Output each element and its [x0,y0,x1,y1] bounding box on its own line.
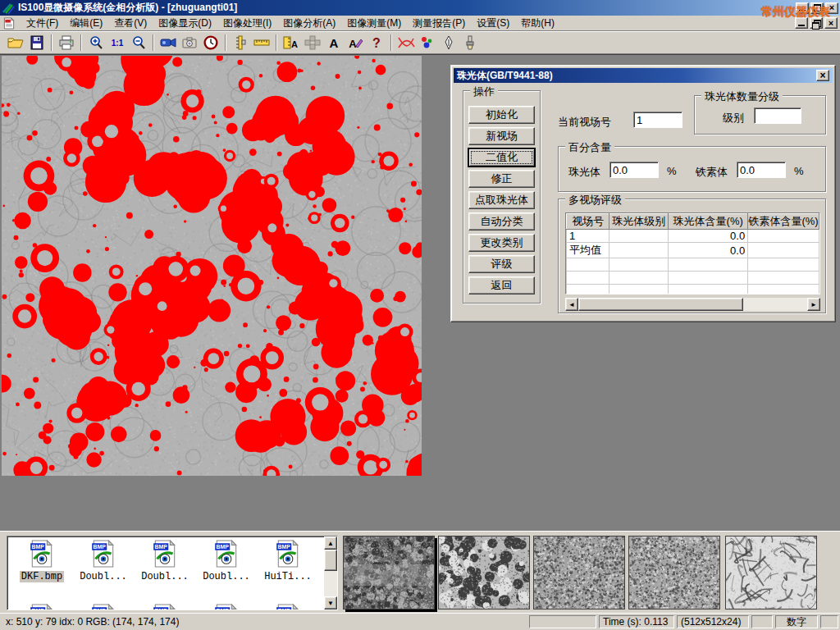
pick-pearlite-button[interactable]: 点取珠光体 [468,191,535,209]
file-item-row2-3[interactable]: BMP [197,604,256,610]
table-row[interactable] [567,258,819,272]
thumbnail-3[interactable] [533,536,625,609]
menu-item-5[interactable]: 图像分析(A) [277,15,341,32]
scroll-up-icon[interactable]: ▲ [324,536,337,550]
text-icon[interactable]: A [323,33,345,52]
menu-item-0[interactable]: 文件(F) [21,15,64,32]
annotate-icon[interactable]: A [345,33,366,52]
svg-text:BMP: BMP [94,544,107,550]
curve-tool-icon[interactable] [395,33,417,52]
thumbnail-5[interactable] [725,536,817,609]
menu-item-1[interactable]: 编辑(E) [64,15,108,32]
ferrite-percent-input[interactable] [737,162,786,178]
file-name: Doubl... [201,571,252,582]
menu-item-4[interactable]: 图像处理(I) [217,15,277,32]
minimize-button[interactable] [796,2,809,14]
file-item-2[interactable]: BMPDoubl... [135,540,194,582]
table-row[interactable]: 10.0 [567,230,819,243]
table-row[interactable] [567,272,819,285]
menu-item-3[interactable]: 图像显示(D) [153,15,217,32]
scroll-thumb[interactable] [578,298,743,311]
file-scroll-thumb[interactable] [324,550,337,571]
mdi-minimize-button[interactable] [795,17,808,29]
scroll-right-icon[interactable]: ► [807,298,820,311]
file-item-row2-0[interactable]: BMP [12,604,71,610]
file-item-1[interactable]: BMPDoubl... [74,540,133,582]
mdi-close-button[interactable]: × [824,17,838,29]
client-area: 珠光体(GB/T9441-88) × 操作 初始化新视场二值化修正点取珠光体自动… [0,54,840,531]
grade-button[interactable]: 评级 [468,255,535,273]
open-icon[interactable] [5,33,26,52]
time-status: Time (s): 0.113 [599,615,674,628]
ruler-icon[interactable] [251,33,272,52]
zoom-in-icon[interactable] [85,33,107,52]
menu-item-8[interactable]: 设置(S) [471,15,515,32]
table-column-header[interactable]: 珠光体含量(%) [669,214,748,230]
file-item-row2-1[interactable]: BMP [74,604,133,610]
zoom-out-icon[interactable] [128,33,149,52]
brush-tool-icon[interactable] [459,33,481,52]
dialog-close-icon[interactable]: × [816,70,829,81]
metallographic-image[interactable] [2,56,422,476]
table-row[interactable]: 平均值0.0 [567,243,819,258]
svg-text:BMP: BMP [278,608,291,610]
particle-count-icon[interactable] [417,33,438,52]
dialog-title-bar[interactable]: 珠光体(GB/T9441-88) × [454,68,833,83]
help-icon[interactable]: ? [366,33,387,52]
thumbnail-1[interactable] [343,536,435,609]
correct-button[interactable]: 修正 [468,170,535,188]
file-item-row2-2[interactable]: BMP [135,604,194,610]
thumbnail-2[interactable] [438,536,530,609]
app-icon [2,2,15,15]
table-column-header[interactable]: 珠光体级别 [609,214,669,230]
mdi-restore-button[interactable] [810,17,823,29]
video-camera-icon[interactable] [158,33,179,52]
initialize-button[interactable]: 初始化 [468,106,535,124]
caliper-icon[interactable] [230,33,251,52]
svg-text:BMP: BMP [217,608,230,610]
grade-input[interactable] [754,107,801,124]
table-column-header[interactable]: 视场号 [567,214,609,230]
close-button[interactable]: × [825,2,838,14]
grid-measure-icon[interactable] [302,33,323,52]
binarize-button[interactable]: 二值化 [468,148,535,167]
title-bar: IS100显微摄像系统(金相分析版) - [zhuguangti01] × [0,0,840,16]
svg-text:1:1: 1:1 [112,39,124,48]
scroll-left-icon[interactable]: ◄ [565,298,578,311]
menu-item-9[interactable]: 帮助(H) [515,15,560,32]
file-vscrollbar[interactable]: ▲ ▼ [324,536,337,609]
measure-label-icon[interactable]: A [281,33,302,52]
rating-table[interactable]: 视场号珠光体级别珠光体含量(%)铁素体含量(%)10.0平均值0.0 [565,212,820,294]
table-cell [609,258,669,272]
table-row[interactable] [567,285,819,295]
file-item-0[interactable]: BMPDKF.bmp [12,540,71,582]
clock-icon[interactable] [200,33,221,52]
save-icon[interactable] [26,33,48,52]
file-browser[interactable]: BMPDKF.bmpBMPDoubl...BMPDoubl...BMPDoubl… [7,536,338,610]
file-item-3[interactable]: BMPDoubl... [197,540,256,582]
table-column-header[interactable]: 铁素体含量(%) [748,214,819,230]
file-item-4[interactable]: BMPHuiTi... [258,540,317,582]
bmp-file-icon: BMP [29,559,55,570]
file-name: HuiTi... [262,571,313,582]
capture-icon[interactable] [179,33,200,52]
menu-item-7[interactable]: 测量报告(P) [407,15,471,32]
actual-size-icon[interactable]: 1:1 [107,33,128,52]
menu-item-6[interactable]: 图像测量(M) [341,15,407,32]
file-item-row2-4[interactable]: BMP [258,604,317,610]
return-button[interactable]: 返回 [468,276,535,294]
pen-tool-icon[interactable] [438,33,459,52]
thumbnail-4[interactable] [628,536,720,609]
table-hscrollbar[interactable]: ◄ ► [565,298,820,311]
change-class-button[interactable]: 更改类别 [468,234,535,252]
print-icon[interactable] [56,33,77,52]
svg-text:A: A [330,36,339,50]
menu-item-2[interactable]: 查看(V) [108,15,153,32]
pearlite-percent-input[interactable] [609,162,659,178]
table-cell [748,272,819,285]
new-field-button[interactable]: 新视场 [468,127,535,145]
scroll-down-icon[interactable]: ▼ [324,596,337,609]
current-field-input[interactable] [633,112,682,128]
maximize-button[interactable] [810,2,824,14]
auto-classify-button[interactable]: 自动分类 [468,212,535,231]
